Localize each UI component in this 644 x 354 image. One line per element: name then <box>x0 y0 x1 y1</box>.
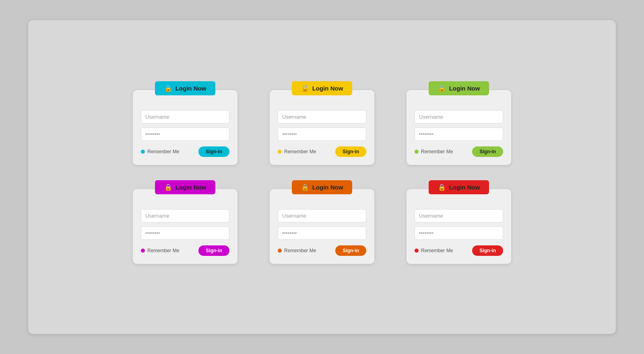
header-text-orange: Login Now <box>312 184 343 191</box>
remember-dot-magenta <box>141 249 145 253</box>
username-input-green[interactable] <box>415 110 503 123</box>
username-input-yellow[interactable] <box>278 110 366 123</box>
login-footer-green: Remember Me Sign-in <box>415 146 503 157</box>
login-header-green: 🔒 Login Now <box>429 81 489 95</box>
remember-me-yellow: Remember Me <box>278 149 316 154</box>
remember-me-blue: Remember Me <box>141 149 179 154</box>
remember-label-magenta: Remember Me <box>147 248 179 253</box>
remember-dot-orange <box>278 249 282 253</box>
username-input-orange[interactable] <box>278 209 366 222</box>
header-text-yellow: Login Now <box>312 85 343 92</box>
remember-label-orange: Remember Me <box>284 248 316 253</box>
login-header-orange: 🔒 Login Now <box>292 180 352 194</box>
login-header-yellow: 🔒 Login Now <box>292 81 352 95</box>
lock-icon-yellow: 🔒 <box>301 84 309 92</box>
login-footer-blue: Remember Me Sign-in <box>141 146 229 157</box>
username-input-magenta[interactable] <box>141 209 229 222</box>
login-card-yellow: 🔒 Login Now Remember Me Sign-in <box>270 90 374 165</box>
remember-me-red: Remember Me <box>415 248 453 253</box>
login-header-red: 🔒 Login Now <box>429 180 489 194</box>
login-card-green: 🔒 Login Now Remember Me Sign-in <box>407 90 511 165</box>
signin-button-magenta[interactable]: Sign-in <box>198 245 229 256</box>
username-input-blue[interactable] <box>141 110 229 123</box>
login-header-blue: 🔒 Login Now <box>155 81 215 95</box>
username-input-red[interactable] <box>415 209 503 222</box>
remember-dot-red <box>415 249 419 253</box>
header-text-red: Login Now <box>449 184 480 191</box>
login-card-orange: 🔒 Login Now Remember Me Sign-in <box>270 189 374 264</box>
remember-label-blue: Remember Me <box>147 149 179 154</box>
login-card-magenta: 🔒 Login Now Remember Me Sign-in <box>133 189 237 264</box>
remember-dot-yellow <box>278 150 282 154</box>
lock-icon-magenta: 🔒 <box>164 183 172 191</box>
lock-icon-orange: 🔒 <box>301 183 309 191</box>
login-footer-yellow: Remember Me Sign-in <box>278 146 366 157</box>
login-footer-magenta: Remember Me Sign-in <box>141 245 229 256</box>
password-input-green[interactable] <box>415 128 503 141</box>
signin-button-red[interactable]: Sign-in <box>472 245 503 256</box>
remember-me-orange: Remember Me <box>278 248 316 253</box>
password-input-red[interactable] <box>415 226 503 240</box>
lock-icon-blue: 🔒 <box>164 84 172 92</box>
cards-grid: 🔒 Login Now Remember Me Sign-in 🔒 Login … <box>133 90 511 264</box>
password-input-blue[interactable] <box>141 128 229 141</box>
signin-button-yellow[interactable]: Sign-in <box>335 146 366 157</box>
password-input-magenta[interactable] <box>141 226 229 240</box>
remember-label-green: Remember Me <box>421 149 453 154</box>
lock-icon-green: 🔒 <box>438 84 446 92</box>
header-text-magenta: Login Now <box>175 184 206 191</box>
signin-button-green[interactable]: Sign-in <box>472 146 503 157</box>
remember-me-green: Remember Me <box>415 149 453 154</box>
header-text-blue: Login Now <box>175 85 206 92</box>
lock-icon-red: 🔒 <box>438 183 446 191</box>
password-input-yellow[interactable] <box>278 128 366 141</box>
remember-dot-blue <box>141 150 145 154</box>
remember-label-red: Remember Me <box>421 248 453 253</box>
remember-dot-green <box>415 150 419 154</box>
remember-me-magenta: Remember Me <box>141 248 179 253</box>
signin-button-blue[interactable]: Sign-in <box>198 146 229 157</box>
login-header-magenta: 🔒 Login Now <box>155 180 215 194</box>
login-footer-red: Remember Me Sign-in <box>415 245 503 256</box>
signin-button-orange[interactable]: Sign-in <box>335 245 366 256</box>
login-footer-orange: Remember Me Sign-in <box>278 245 366 256</box>
remember-label-yellow: Remember Me <box>284 149 316 154</box>
outer-panel: 🔒 Login Now Remember Me Sign-in 🔒 Login … <box>28 20 616 334</box>
header-text-green: Login Now <box>449 85 480 92</box>
password-input-orange[interactable] <box>278 226 366 240</box>
login-card-blue: 🔒 Login Now Remember Me Sign-in <box>133 90 237 165</box>
login-card-red: 🔒 Login Now Remember Me Sign-in <box>407 189 511 264</box>
